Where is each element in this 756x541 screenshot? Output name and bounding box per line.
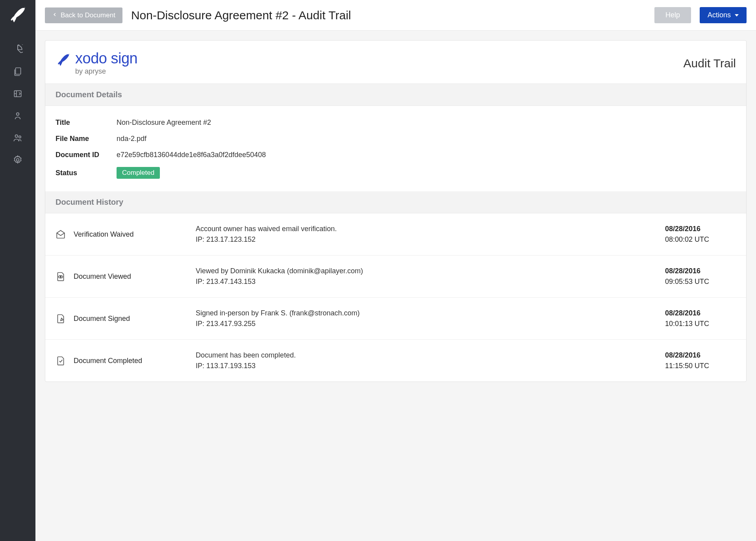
details-section-header: Document Details <box>45 84 746 106</box>
chevron-left-icon <box>52 11 57 19</box>
help-button[interactable]: Help <box>654 7 691 23</box>
sidebar <box>0 0 35 541</box>
svg-point-5 <box>19 136 21 138</box>
brand: xodo sign by apryse <box>56 51 137 76</box>
eye-document-icon <box>56 271 66 282</box>
topbar: Back to Document Non-Disclosure Agreemen… <box>35 0 756 31</box>
history-row: Document Viewed Viewed by Dominik Kukack… <box>45 256 746 298</box>
check-document-icon <box>56 356 66 366</box>
sidebar-item-contacts[interactable] <box>0 106 35 128</box>
detail-label: Title <box>56 119 117 127</box>
detail-label: Document ID <box>56 151 117 159</box>
history-row: Document Signed Signed in-person by Fran… <box>45 298 746 340</box>
back-to-document-button[interactable]: Back to Document <box>45 7 122 23</box>
history-label: Document Signed <box>74 315 188 323</box>
history-timestamp: 08/28/2016 09:05:53 UTC <box>665 266 736 287</box>
sidebar-item-settings[interactable] <box>0 150 35 172</box>
back-button-label: Back to Document <box>61 11 115 19</box>
history-section-header: Document History <box>45 191 746 213</box>
history-row: Document Completed Document has been com… <box>45 340 746 382</box>
feather-icon <box>56 52 71 68</box>
detail-value: Non-Disclosure Agreement #2 <box>117 119 211 127</box>
detail-label: File Name <box>56 135 117 143</box>
sidebar-item-templates[interactable] <box>0 83 35 106</box>
app-logo[interactable] <box>8 6 28 25</box>
brand-subtitle: by apryse <box>75 67 137 76</box>
status-badge: Completed <box>117 167 160 179</box>
pie-chart-icon <box>13 44 23 56</box>
detail-row-docid: Document ID e72e59cfb8136044dde1e8f6a3a0… <box>56 147 736 163</box>
svg-point-4 <box>15 135 18 137</box>
detail-value: nda-2.pdf <box>117 135 146 143</box>
history-label: Verification Waived <box>74 230 188 239</box>
team-icon <box>13 133 23 145</box>
history-label: Document Completed <box>74 357 188 365</box>
history-description: Document has been completed. IP: 113.17.… <box>196 350 657 371</box>
contact-icon <box>13 111 23 122</box>
templates-icon <box>13 89 23 100</box>
detail-label: Status <box>56 169 117 177</box>
detail-row-title: Title Non-Disclosure Agreement #2 <box>56 115 736 131</box>
history-row: Verification Waived Account owner has wa… <box>45 213 746 256</box>
sidebar-item-documents[interactable] <box>0 61 35 83</box>
gear-icon <box>13 155 23 167</box>
history-list: Verification Waived Account owner has wa… <box>45 213 746 382</box>
history-timestamp: 08/28/2016 11:15:50 UTC <box>665 350 736 371</box>
detail-value: e72e59cfb8136044dde1e8f6a3a0f2dfdee50408 <box>117 151 266 159</box>
history-timestamp: 08/28/2016 08:00:02 UTC <box>665 224 736 245</box>
audit-card: xodo sign by apryse Audit Trail Document… <box>45 40 747 382</box>
history-description: Signed in-person by Frank S. (frank@stro… <box>196 308 657 329</box>
actions-button[interactable]: Actions <box>700 7 747 23</box>
document-details: Title Non-Disclosure Agreement #2 File N… <box>45 106 746 191</box>
card-header: xodo sign by apryse Audit Trail <box>45 41 746 84</box>
envelope-open-icon <box>56 229 66 239</box>
detail-row-status: Status Completed <box>56 163 736 183</box>
audit-title: Audit Trail <box>684 57 736 70</box>
detail-row-filename: File Name nda-2.pdf <box>56 131 736 147</box>
svg-point-8 <box>60 276 61 278</box>
sidebar-item-team[interactable] <box>0 128 35 150</box>
svg-point-2 <box>17 113 19 115</box>
history-timestamp: 08/28/2016 10:01:13 UTC <box>665 308 736 329</box>
caret-down-icon <box>735 14 739 17</box>
page-title: Non-Disclosure Agreement #2 - Audit Trai… <box>131 9 646 22</box>
sidebar-item-dashboard[interactable] <box>0 39 35 61</box>
sign-document-icon <box>56 313 66 324</box>
svg-rect-0 <box>16 68 21 74</box>
documents-icon <box>13 67 23 78</box>
history-description: Viewed by Dominik Kukacka (dominik@apila… <box>196 266 657 287</box>
svg-point-6 <box>17 159 19 161</box>
actions-button-label: Actions <box>708 11 731 19</box>
brand-name: xodo sign <box>75 51 137 66</box>
history-label: Document Viewed <box>74 272 188 281</box>
history-description: Account owner has waived email verificat… <box>196 224 657 245</box>
